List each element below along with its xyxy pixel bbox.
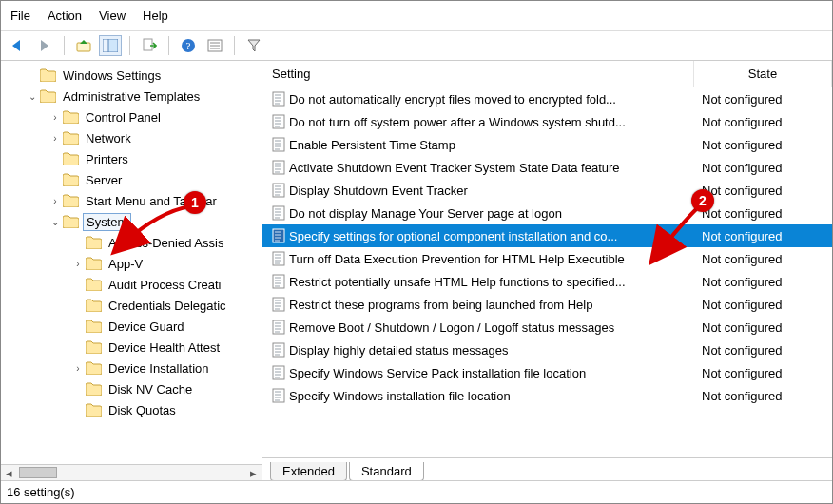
policy-icon [270,228,289,243]
forward-button[interactable] [33,35,56,56]
setting-row[interactable]: Specify settings for optional component … [262,224,832,247]
menu-view[interactable]: View [99,9,126,23]
setting-row[interactable]: Do not automatically encrypt files moved… [262,87,832,110]
tree-item[interactable]: ›App-V [7,253,262,274]
up-tree-button[interactable] [72,35,95,56]
properties-button[interactable] [203,35,226,56]
toolbar-separator [168,36,169,55]
tab-strip: Extended Standard [262,457,832,480]
setting-row[interactable]: Do not display Manage Your Server page a… [262,202,832,224]
column-header-state[interactable]: State [694,61,832,87]
collapse-icon[interactable]: ⌄ [26,91,39,102]
policy-icon [270,388,289,403]
setting-name: Activate Shutdown Event Tracker System S… [289,161,694,175]
tree-item[interactable]: ·Credentials Delegatic [7,295,262,316]
setting-row[interactable]: Remove Boot / Shutdown / Logon / Logoff … [262,316,832,339]
list-header: Setting State [262,61,832,87]
back-button[interactable] [7,35,29,56]
filter-button[interactable] [242,35,265,56]
tree-item[interactable]: ›Network [7,127,262,148]
menu-help[interactable]: Help [143,9,168,23]
help-button[interactable]: ? [177,35,200,56]
setting-row[interactable]: Restrict potentially unsafe HTML Help fu… [262,270,832,293]
scroll-right-arrow-icon[interactable]: ▸ [245,465,262,480]
setting-row[interactable]: Specify Windows installation file locati… [262,384,832,407]
expand-icon[interactable]: › [71,363,85,374]
setting-row[interactable]: Enable Persistent Time StampNot configur… [262,133,832,156]
scroll-left-arrow-icon[interactable]: ◂ [1,465,17,480]
policy-icon [270,342,289,358]
folder-icon [62,130,79,145]
svg-text:?: ? [186,40,191,51]
policy-icon [270,320,289,335]
tree-item[interactable]: ·Device Health Attest [7,337,262,358]
tree-item-label: Disk Quotas [106,402,179,418]
setting-state: Not configured [694,366,832,380]
list-body[interactable]: Do not automatically encrypt files moved… [262,87,832,457]
expand-icon: · [71,238,85,248]
tab-extended[interactable]: Extended [270,462,347,480]
setting-name: Do not automatically encrypt files moved… [289,92,694,107]
expand-icon: · [26,70,39,81]
menubar: File Action View Help [1,1,832,31]
setting-name: Specify Windows Service Pack installatio… [289,366,694,380]
tree-item-label: Device Guard [106,319,186,335]
setting-state: Not configured [694,229,832,243]
show-hide-tree-button[interactable] [99,35,122,56]
tree-item[interactable]: ·Access-Denied Assis [7,232,262,253]
tree-item[interactable]: ·Printers [7,148,262,169]
expand-icon[interactable]: › [71,259,85,269]
tree-item[interactable]: ·Disk NV Cache [7,378,262,399]
tree-item[interactable]: ›Device Installation [7,358,262,378]
body: ·Windows Settings⌄Administrative Templat… [1,61,832,480]
tree-scroll[interactable]: ·Windows Settings⌄Administrative Templat… [1,61,262,464]
expand-icon[interactable]: › [48,133,62,144]
collapse-icon[interactable]: ⌄ [48,217,62,227]
tree-item[interactable]: ⌄System [7,211,262,232]
tree-item[interactable]: ›Control Panel [7,107,262,127]
tree-item[interactable]: ·Server [7,169,262,190]
setting-state: Not configured [694,252,832,266]
toolbar-separator [64,36,65,55]
menu-file[interactable]: File [10,9,30,23]
tree-item-label: Administrative Templates [60,88,203,105]
setting-row[interactable]: Specify Windows Service Pack installatio… [262,361,832,384]
toolbar-separator [129,36,130,55]
menu-action[interactable]: Action [48,9,82,23]
tree-item[interactable]: ⌄Administrative Templates [7,86,262,107]
expand-icon[interactable]: › [48,112,62,123]
column-header-setting[interactable]: Setting [262,61,694,87]
setting-state: Not configured [694,320,832,335]
tree-horizontal-scrollbar[interactable]: ◂ ▸ [1,464,262,480]
expand-icon: · [71,342,85,353]
setting-state: Not configured [694,138,832,152]
policy-icon [270,251,289,266]
setting-row[interactable]: Restrict these programs from being launc… [262,293,832,316]
back-arrow-icon [10,39,26,52]
tab-standard[interactable]: Standard [349,462,424,480]
setting-state: Not configured [694,161,832,175]
setting-state: Not configured [694,275,832,289]
up-folder-icon [76,38,91,53]
tree-item[interactable]: ·Disk Quotas [7,399,262,420]
export-list-button[interactable] [138,35,161,56]
tree-item[interactable]: ·Audit Process Creati [7,274,262,295]
setting-row[interactable]: Activate Shutdown Event Tracker System S… [262,156,832,179]
policy-icon [270,297,289,312]
setting-row[interactable]: Display Shutdown Event TrackerNot config… [262,179,832,202]
tree-item-label: Credentials Delegatic [106,298,229,314]
setting-name: Specify settings for optional component … [289,229,694,243]
setting-row[interactable]: Turn off Data Execution Prevention for H… [262,247,832,270]
expand-icon[interactable]: › [48,196,62,206]
tree-item-label: Windows Settings [60,68,164,84]
tree-item[interactable]: ·Windows Settings [7,65,262,86]
setting-name: Enable Persistent Time Stamp [289,138,694,152]
tree-item[interactable]: ·Device Guard [7,316,262,337]
show-pane-icon [103,39,118,52]
setting-row[interactable]: Do not turn off system power after a Win… [262,110,832,133]
expand-icon: · [71,384,85,395]
setting-row[interactable]: Display highly detailed status messagesN… [262,339,832,361]
scroll-thumb[interactable] [19,467,57,478]
tree-item[interactable]: ›Start Menu and Taskbar [7,190,262,211]
folder-icon [85,235,102,250]
